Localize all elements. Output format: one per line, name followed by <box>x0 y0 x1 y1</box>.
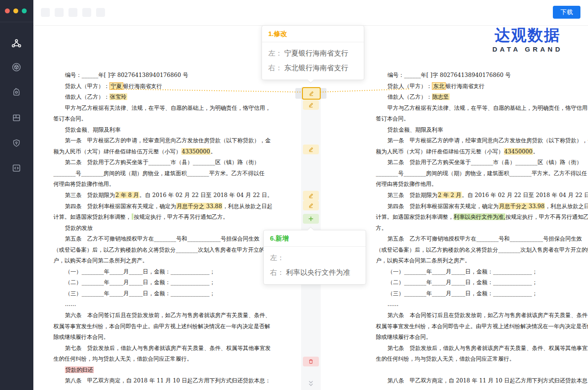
doc-line: 计算。如遇国家贷款利率调整，利率以央行文件为准,按规定执行，甲方不再另行通知乙 <box>376 212 572 223</box>
doc-line: （一）________年_____月_____日，金额：____________… <box>53 266 262 277</box>
insert-position-marker <box>132 213 133 220</box>
sidebar <box>0 0 33 390</box>
diff-modify-button-active[interactable] <box>302 87 321 100</box>
popup-body: 左：宁夏银行海南省支行 右：东北银行海南省支行 <box>262 42 364 80</box>
doc-line: 贷款人（甲方）：东北银行海南省支行 <box>376 81 572 92</box>
doc-line: （一）________年_____月_____日，金额：____________… <box>376 266 572 277</box>
doc-line: …… <box>376 299 572 310</box>
diff-modify-button[interactable] <box>303 191 319 201</box>
doc-line: 第八条 甲乙双方商定，自 2018 年 11 月 10 日起乙方用下列方式归还贷… <box>53 375 262 386</box>
doc-line: 甲方与乙方根据有关法律、法规，在平等、自愿的基础上，为明确责任，恪守信用， <box>376 103 572 114</box>
download-button[interactable]: 下载 <box>553 6 580 19</box>
diff-highlight-yellow: 43450000 <box>504 148 533 155</box>
doc-line: 何理由将贷款挪作他用。 <box>53 179 262 190</box>
right-document: 编号：______年[ ]字 802764138940176860 号贷款人（甲… <box>376 70 572 386</box>
doc-line: 户，以购买本合同第二条所列之房产。 <box>53 255 262 266</box>
traffic-lights <box>5 8 27 13</box>
doc-line: 第七条 贷款发放后，借款人与售房者就该房产有关质量、条件、权属等其他事宜发 <box>53 343 262 354</box>
doc-line: 何理由将贷款挪作他用。 <box>376 179 572 190</box>
doc-line: 第四条 贷款利率根据国家有关规定，确定为月息千分之 33.98，利息从放款之日起 <box>376 201 572 212</box>
doc-line: 编号：______年[ ]字 802764138940176860 号 <box>53 70 262 81</box>
shield-key-icon <box>12 138 21 148</box>
plus-icon <box>308 216 314 222</box>
brand-logo-en: DATA GRAND <box>488 45 567 53</box>
doc-line: …… <box>53 299 262 310</box>
diff-highlight-yellow: 2 年 8 月 <box>115 192 140 198</box>
diff-modify-button[interactable] <box>303 201 319 210</box>
doc-line: 除或继续履行本合同。 <box>376 332 572 343</box>
doc-line: ________号________房间的现（期）房物业，建筑面积________… <box>53 168 262 179</box>
doc-line: 编号：______年[ ]字 802764138940176860 号 <box>376 70 572 81</box>
top-toolbar: 下载 <box>33 0 588 26</box>
toolbar-placeholder <box>96 8 105 17</box>
doc-line: 第七条 贷款发放后，借款人与售房者就该房产有关质量、条件、权属等其他事宜发 <box>376 343 572 354</box>
diff-insert-button[interactable] <box>303 214 319 224</box>
close-traffic-light[interactable] <box>5 8 10 13</box>
diff-modify-button[interactable] <box>303 145 319 154</box>
doc-line: 生的任何纠纷，均与贷款人无关，借款合同应正常履行。 <box>53 354 262 365</box>
doc-line: 借款人（乙方）：陈志坚 <box>376 92 572 103</box>
doc-line: 第六条 本合同签订后且在贷款发放前，如乙方与售房者就该房产有关质量、条件、 <box>376 310 572 321</box>
doc-line: （或登记备案）后，以乙方购楼款的名义将贷款分________次划入售房者在甲方开… <box>376 245 572 256</box>
pencil-icon <box>308 146 314 153</box>
doc-line: 贷款的发放 <box>53 223 262 234</box>
robot-icon <box>11 87 22 98</box>
doc-line: 贷款人（甲方）：宁夏银行海南省支行 <box>53 81 262 92</box>
doc-line: 第五条 乙方不可撤销地授权甲方在________号和____________号担… <box>53 233 262 245</box>
left-document: 编号：______年[ ]字 802764138940176860 号贷款人（甲… <box>53 70 262 386</box>
doc-line: 第一条 甲方根据乙方的申请，经审查同意向乙方发放住房贷款（以下称贷款），金 <box>53 135 262 146</box>
minimize-traffic-light[interactable] <box>13 8 18 13</box>
popup-title: 1.修改 <box>262 26 364 42</box>
diff-highlight-red: 贷款的归还 <box>65 366 94 373</box>
popup-body: 左： 右：利率以央行文件为准 <box>264 247 366 284</box>
doc-line: 贷款金额、期限及利率 <box>376 125 572 136</box>
doc-line: 第二条 贷款用于乙方购买坐落于________市（县）________区（镇）路… <box>376 157 572 168</box>
zoom-traffic-light[interactable] <box>22 8 27 13</box>
diff-popup-modify: 1.修改 左：宁夏银行海南省支行 右：东北银行海南省支行 <box>262 25 364 80</box>
sidebar-item-code[interactable] <box>10 162 23 174</box>
doc-line: 第四条 贷款利率根据国家有关规定，确定为月息千分之 33.88，利息从放款之日起 <box>53 201 262 212</box>
toolbar-placeholder <box>55 8 64 17</box>
network-graph-icon <box>11 38 22 49</box>
doc-line: 签订本合同。 <box>376 113 572 125</box>
doc-line: ________号________房间的现（期）房物业，建筑面积________… <box>376 168 572 179</box>
doc-line: 贷款的归还 <box>53 365 262 376</box>
popup-title: 6.新增 <box>264 230 366 247</box>
doc-line: 方。 <box>376 223 572 234</box>
diff-highlight-yellow: 2 年 2 月 <box>438 192 462 198</box>
diff-highlight-yellow-box: 宁夏 <box>109 82 123 90</box>
sidebar-item-extract[interactable] <box>10 61 23 73</box>
diff-highlight-yellow: 月息千分之 33.88 <box>176 203 222 209</box>
chevron-double-down-icon <box>307 380 315 387</box>
doc-line: 权属等事宜发生纠纷，本合同即告中止。由甲方视上述纠纷解决情况在一年内决定是否解 <box>53 321 262 332</box>
doc-line: 户，以购买本合同第二条所列之房产。 <box>376 255 572 266</box>
toolbar-placeholder <box>68 8 77 17</box>
brand-logo: 达观数据 DATA GRAND <box>488 27 567 53</box>
diff-highlight-yellow: 张宝玲 <box>109 93 127 100</box>
doc-line: 第五条 乙方不可撤销地授权甲方在________号和____________号担… <box>376 233 572 245</box>
doc-line: 贷款金额、期限及利率 <box>53 125 262 136</box>
doc-line: （二）________年_____月_____日，金额：____________… <box>376 277 572 288</box>
doc-line: 签订本合同。 <box>53 113 262 125</box>
doc-line: 第三条 贷款期限为2 年 2 月。自 2016 年 02 月 22 日至 201… <box>376 190 572 201</box>
diff-delete-button[interactable] <box>303 357 319 366</box>
doc-line: 借款人（乙方）：张宝玲 <box>53 92 262 103</box>
pencil-icon <box>308 102 314 108</box>
doc-line: 额为人民币（大写）肆仟叁佰肆拾伍万元整（小写）43450000。 <box>376 146 572 157</box>
sidebar-item-document[interactable] <box>10 112 23 124</box>
popup-right-label: 右： <box>270 269 284 276</box>
doc-line: 第三条 贷款期限为2 年 8 月。自 2016 年 02 月 22 日至 201… <box>53 190 262 201</box>
doc-line: 额为人民币（大写）肆仟叁佰肆拾伍万元整（小写）43350000。 <box>53 146 262 157</box>
sidebar-item-security[interactable] <box>10 137 23 149</box>
doc-line: 除或继续履行本合同。 <box>53 332 262 343</box>
popup-right-row: 右：利率以央行文件为准 <box>270 265 359 280</box>
sidebar-item-compare[interactable] <box>10 37 23 50</box>
doc-line: 第八条 甲乙双方商定，自 2018 年 11 月 10 日起乙方用下列方式归还贷… <box>376 375 572 386</box>
diff-modify-button[interactable] <box>303 100 319 110</box>
sidebar-item-robot[interactable] <box>10 86 23 99</box>
scroll-more-diffs-button[interactable] <box>307 380 315 387</box>
doc-line: 第一条 甲方根据乙方的申请，经审查同意向乙方发放住房贷款（以下称贷款），金 <box>376 135 572 146</box>
cube-icon <box>11 62 22 72</box>
doc-line: 甲方与乙方根据有关法律、法规，在平等、自愿的基础上，为明确责任，恪守信用， <box>53 103 262 114</box>
diff-highlight-yellow: 43350000 <box>181 148 211 155</box>
